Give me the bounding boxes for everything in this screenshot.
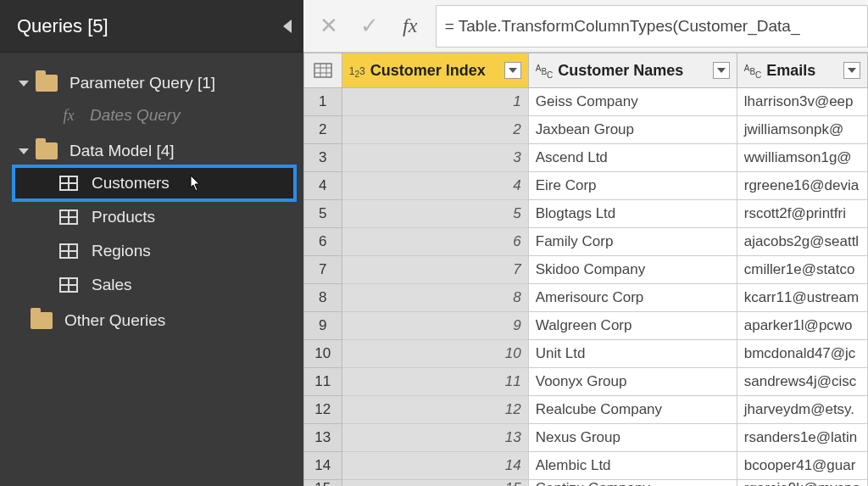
cell-customer-name[interactable]: Realcube Company xyxy=(529,396,737,424)
filter-dropdown-icon[interactable] xyxy=(504,62,521,79)
group-row[interactable]: Parameter Query [1] xyxy=(19,68,303,98)
query-item-customers[interactable]: Customers xyxy=(14,166,295,200)
cell-customer-name[interactable]: Unit Ltd xyxy=(529,340,737,368)
expand-icon[interactable] xyxy=(19,81,29,87)
row-number[interactable]: 14 xyxy=(303,452,342,480)
cell-customer-name[interactable]: Ascend Ltd xyxy=(529,144,737,172)
cell-email[interactable]: rsanders1e@latin xyxy=(737,424,868,452)
column-header-emails[interactable]: ABCEmails xyxy=(737,53,868,88)
row-number[interactable]: 12 xyxy=(303,396,342,424)
cell-customer-name[interactable]: Amerisourc Corp xyxy=(529,284,737,312)
cell-customer-index[interactable]: 5 xyxy=(342,200,529,228)
cell-email[interactable]: aparker1l@pcwo xyxy=(737,312,868,340)
table-row[interactable]: 66Family Corpajacobs2g@seattl xyxy=(303,228,868,256)
cell-email[interactable]: bcooper41@guar xyxy=(737,452,868,480)
row-number[interactable]: 15 xyxy=(303,480,342,486)
table-row[interactable]: 22Jaxbean Groupjwilliamsonpk@ xyxy=(303,116,868,144)
cell-email[interactable]: rgarcia9k@myspa xyxy=(737,480,868,486)
cell-customer-name[interactable]: Centizu Company xyxy=(529,480,737,486)
table-row[interactable]: 77Skidoo Companycmiller1e@statco xyxy=(303,256,868,284)
table-row[interactable]: 1111Voonyx Groupsandrews4j@cisc xyxy=(303,368,868,396)
row-number[interactable]: 10 xyxy=(303,340,342,368)
cell-email[interactable]: jharveydm@etsy. xyxy=(737,396,868,424)
table-row[interactable]: 44Eire Corprgreene16@devia xyxy=(303,172,868,200)
column-header-customer-names[interactable]: ABCCustomer Names xyxy=(529,53,737,88)
cell-customer-index[interactable]: 13 xyxy=(342,424,529,452)
cursor-icon xyxy=(190,175,202,192)
collapse-sidebar-icon[interactable] xyxy=(283,20,292,33)
group-row[interactable]: Other Queries xyxy=(19,305,303,336)
cell-email[interactable]: jwilliamsonpk@ xyxy=(737,116,868,144)
row-number[interactable]: 11 xyxy=(303,368,342,396)
cell-customer-index[interactable]: 4 xyxy=(342,172,529,200)
table-row[interactable]: 55Blogtags Ltdrscott2f@printfri xyxy=(303,200,868,228)
cell-email[interactable]: wwilliamson1g@ xyxy=(737,144,868,172)
row-number[interactable]: 8 xyxy=(303,284,342,312)
cell-customer-name[interactable]: Blogtags Ltd xyxy=(529,200,737,228)
cell-customer-index[interactable]: 12 xyxy=(342,396,529,424)
cell-customer-index[interactable]: 1 xyxy=(342,88,529,116)
table-row[interactable]: 33Ascend Ltdwwilliamson1g@ xyxy=(303,144,868,172)
cell-customer-name[interactable]: Nexus Group xyxy=(529,424,737,452)
query-item-regions[interactable]: Regions xyxy=(53,234,303,268)
filter-dropdown-icon[interactable] xyxy=(843,62,860,79)
table-row[interactable]: 1515Centizu Companyrgarcia9k@myspa xyxy=(303,480,868,486)
table-row[interactable]: 1212Realcube Companyjharveydm@etsy. xyxy=(303,396,868,424)
row-number[interactable]: 3 xyxy=(303,144,342,172)
cell-customer-name[interactable]: Eire Corp xyxy=(529,172,737,200)
cell-email[interactable]: sandrews4j@cisc xyxy=(737,368,868,396)
cell-customer-index[interactable]: 2 xyxy=(342,116,529,144)
cell-customer-index[interactable]: 11 xyxy=(342,368,529,396)
cell-customer-name[interactable]: Walgreen Corp xyxy=(529,312,737,340)
group-row[interactable]: Data Model [4] xyxy=(19,136,303,166)
row-number[interactable]: 9 xyxy=(303,312,342,340)
table-row[interactable]: 1313Nexus Grouprsanders1e@latin xyxy=(303,424,868,452)
fx-icon[interactable]: fx xyxy=(390,5,431,47)
filter-dropdown-icon[interactable] xyxy=(713,62,730,79)
cell-customer-name[interactable]: Skidoo Company xyxy=(529,256,737,284)
cell-customer-index[interactable]: 15 xyxy=(342,480,529,486)
row-number[interactable]: 6 xyxy=(303,228,342,256)
cell-email[interactable]: kcarr11@ustream xyxy=(737,284,868,312)
commit-formula-button[interactable] xyxy=(349,5,390,47)
column-header-customer-index[interactable]: 123Customer Index xyxy=(342,53,529,88)
cell-customer-index[interactable]: 10 xyxy=(342,340,529,368)
table-row[interactable]: 11Geiss Companylharrison3v@eep xyxy=(303,88,868,116)
row-number[interactable]: 2 xyxy=(303,116,342,144)
expand-icon[interactable] xyxy=(19,148,29,154)
cell-customer-name[interactable]: Jaxbean Group xyxy=(529,116,737,144)
cell-customer-index[interactable]: 14 xyxy=(342,452,529,480)
select-all-corner[interactable] xyxy=(303,53,342,88)
query-item-dates-query[interactable]: fxDates Query xyxy=(53,98,303,132)
cell-customer-name[interactable]: Family Corp xyxy=(529,228,737,256)
cell-email[interactable]: bmcdonald47@jc xyxy=(737,340,868,368)
table-row[interactable]: 1414Alembic Ltdbcooper41@guar xyxy=(303,452,868,480)
table-row[interactable]: 88Amerisourc Corpkcarr11@ustream xyxy=(303,284,868,312)
row-number[interactable]: 4 xyxy=(303,172,342,200)
query-item-products[interactable]: Products xyxy=(53,200,303,234)
cell-email[interactable]: cmiller1e@statco xyxy=(737,256,868,284)
cell-customer-index[interactable]: 3 xyxy=(342,144,529,172)
cell-email[interactable]: rgreene16@devia xyxy=(737,172,868,200)
cell-email[interactable]: rscott2f@printfri xyxy=(737,200,868,228)
cell-email[interactable]: ajacobs2g@seattl xyxy=(737,228,868,256)
grid-body[interactable]: 11Geiss Companylharrison3v@eep22Jaxbean … xyxy=(303,88,868,486)
cell-email[interactable]: lharrison3v@eep xyxy=(737,88,868,116)
row-number[interactable]: 1 xyxy=(303,88,342,116)
cell-customer-name[interactable]: Geiss Company xyxy=(529,88,737,116)
cell-customer-name[interactable]: Alembic Ltd xyxy=(529,452,737,480)
cell-customer-index[interactable]: 8 xyxy=(342,284,529,312)
cell-customer-name[interactable]: Voonyx Group xyxy=(529,368,737,396)
row-number[interactable]: 5 xyxy=(303,200,342,228)
query-label: Regions xyxy=(92,242,151,260)
cell-customer-index[interactable]: 9 xyxy=(342,312,529,340)
query-item-sales[interactable]: Sales xyxy=(53,268,303,302)
table-row[interactable]: 1010Unit Ltdbmcdonald47@jc xyxy=(303,340,868,368)
row-number[interactable]: 13 xyxy=(303,424,342,452)
cancel-formula-button[interactable] xyxy=(309,5,349,47)
cell-customer-index[interactable]: 6 xyxy=(342,228,529,256)
formula-input[interactable]: = Table.TransformColumnTypes(Customer_Da… xyxy=(436,5,868,47)
row-number[interactable]: 7 xyxy=(303,256,342,284)
table-row[interactable]: 99Walgreen Corpaparker1l@pcwo xyxy=(303,312,868,340)
cell-customer-index[interactable]: 7 xyxy=(342,256,529,284)
